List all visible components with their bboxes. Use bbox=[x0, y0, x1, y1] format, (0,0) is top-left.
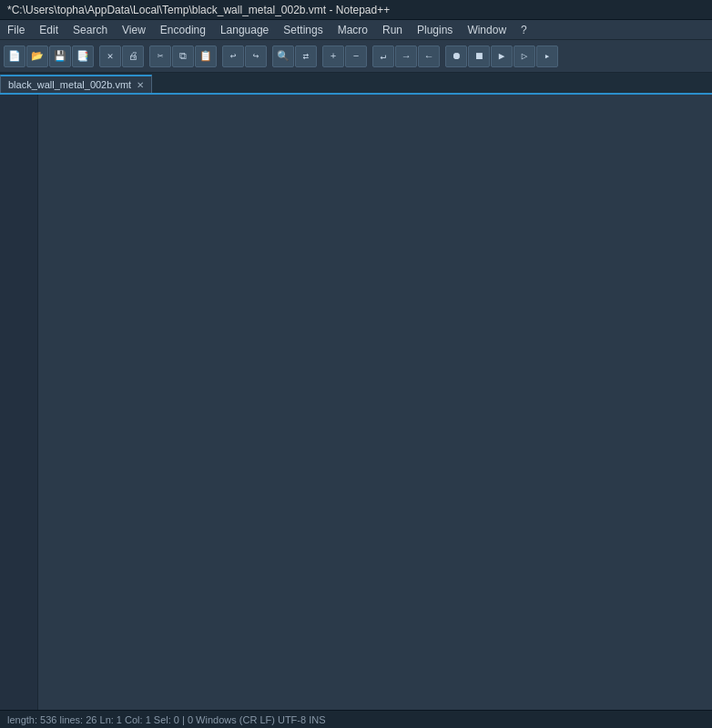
toolbar-find[interactable]: 🔍 bbox=[272, 46, 294, 67]
toolbar-save[interactable]: 💾 bbox=[49, 46, 71, 67]
status-bar: length: 536 lines: 26 Ln: 1 Col: 1 Sel: … bbox=[0, 710, 712, 728]
tab-bar: black_wall_metal_002b.vmt ✕ bbox=[0, 73, 712, 95]
toolbar: 📄 📂 💾 📑 ✕ 🖨 ✂ ⧉ 📋 ↩ ↪ 🔍 ⇄ + − ↵ → ← ⏺ ⏹ … bbox=[0, 40, 712, 73]
toolbar-run2[interactable]: ▸ bbox=[536, 46, 558, 67]
line-numbers bbox=[0, 95, 38, 710]
toolbar-zoom-in[interactable]: + bbox=[322, 46, 344, 67]
toolbar-copy[interactable]: ⧉ bbox=[172, 46, 194, 67]
status-text: length: 536 lines: 26 Ln: 1 Col: 1 Sel: … bbox=[7, 714, 326, 725]
toolbar-macro-play[interactable]: ▶ bbox=[491, 46, 513, 67]
toolbar-run[interactable]: ▷ bbox=[514, 46, 535, 67]
menu-encoding[interactable]: Encoding bbox=[153, 22, 213, 38]
menu-file[interactable]: File bbox=[0, 22, 32, 38]
menu-plugins[interactable]: Plugins bbox=[410, 22, 460, 38]
title-bar: *C:\Users\topha\AppData\Local\Temp\black… bbox=[0, 0, 712, 20]
toolbar-macro-rec[interactable]: ⏺ bbox=[445, 46, 467, 67]
toolbar-replace[interactable]: ⇄ bbox=[295, 46, 317, 67]
menu-window[interactable]: Window bbox=[460, 22, 514, 38]
toolbar-wrap[interactable]: ↵ bbox=[372, 46, 394, 67]
toolbar-print[interactable]: 🖨 bbox=[122, 46, 144, 67]
menu-language[interactable]: Language bbox=[213, 22, 276, 38]
menu-settings[interactable]: Settings bbox=[276, 22, 330, 38]
toolbar-new[interactable]: 📄 bbox=[4, 46, 25, 67]
code-content[interactable] bbox=[38, 95, 712, 710]
toolbar-paste[interactable]: 📋 bbox=[195, 46, 217, 67]
code-area bbox=[0, 95, 712, 710]
tab-close-button[interactable]: ✕ bbox=[137, 80, 144, 90]
menu-edit[interactable]: Edit bbox=[32, 22, 66, 38]
tab-filename: black_wall_metal_002b.vmt bbox=[8, 79, 131, 90]
toolbar-indent[interactable]: → bbox=[395, 46, 417, 67]
toolbar-open[interactable]: 📂 bbox=[26, 46, 48, 67]
menu-help[interactable]: ? bbox=[514, 22, 534, 38]
menu-macro[interactable]: Macro bbox=[331, 22, 375, 38]
toolbar-undo[interactable]: ↩ bbox=[222, 46, 244, 67]
menu-view[interactable]: View bbox=[115, 22, 153, 38]
toolbar-redo[interactable]: ↪ bbox=[245, 46, 267, 67]
toolbar-save-all[interactable]: 📑 bbox=[72, 46, 94, 67]
toolbar-cut[interactable]: ✂ bbox=[149, 46, 171, 67]
tab-file[interactable]: black_wall_metal_002b.vmt ✕ bbox=[0, 75, 152, 93]
menu-search[interactable]: Search bbox=[66, 22, 115, 38]
title-text: *C:\Users\topha\AppData\Local\Temp\black… bbox=[7, 4, 390, 16]
toolbar-close[interactable]: ✕ bbox=[99, 46, 121, 67]
menu-bar: File Edit Search View Encoding Language … bbox=[0, 20, 712, 40]
menu-run[interactable]: Run bbox=[375, 22, 410, 38]
toolbar-outdent[interactable]: ← bbox=[418, 46, 440, 67]
toolbar-macro-stop[interactable]: ⏹ bbox=[468, 46, 490, 67]
toolbar-zoom-out[interactable]: − bbox=[345, 46, 367, 67]
